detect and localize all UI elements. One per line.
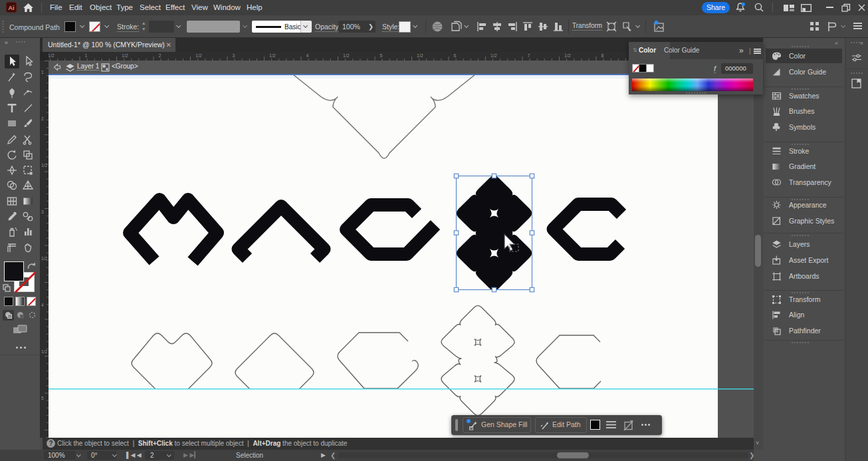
svg-text:6: 6 xyxy=(454,53,457,58)
svg-text:1/2: 1/2 xyxy=(122,53,128,58)
svg-text:1: 1 xyxy=(85,53,88,58)
svg-text:3: 3 xyxy=(41,210,44,214)
svg-text:1/2: 1/2 xyxy=(269,53,276,58)
svg-text:1/2: 1/2 xyxy=(41,163,47,168)
svg-text:1/2: 1/2 xyxy=(41,349,47,354)
svg-text:7: 7 xyxy=(528,53,530,58)
svg-text:8: 8 xyxy=(601,53,604,58)
svg-text:2: 2 xyxy=(41,116,44,121)
svg-text:1/2: 1/2 xyxy=(48,53,54,58)
svg-text:1/2: 1/2 xyxy=(195,53,202,58)
svg-text:1/2: 1/2 xyxy=(343,53,350,58)
svg-text:5: 5 xyxy=(380,53,383,58)
svg-text:5: 5 xyxy=(41,396,44,400)
svg-text:1/2: 1/2 xyxy=(417,53,423,58)
svg-text:2: 2 xyxy=(159,53,162,58)
svg-text:4: 4 xyxy=(306,53,309,58)
svg-text:1/2: 1/2 xyxy=(490,53,497,58)
svg-text:3: 3 xyxy=(233,53,235,58)
svg-text:1: 1 xyxy=(41,70,44,75)
svg-text:4: 4 xyxy=(41,303,44,307)
svg-text:1/2: 1/2 xyxy=(564,53,571,58)
svg-text:1/2: 1/2 xyxy=(41,256,47,261)
